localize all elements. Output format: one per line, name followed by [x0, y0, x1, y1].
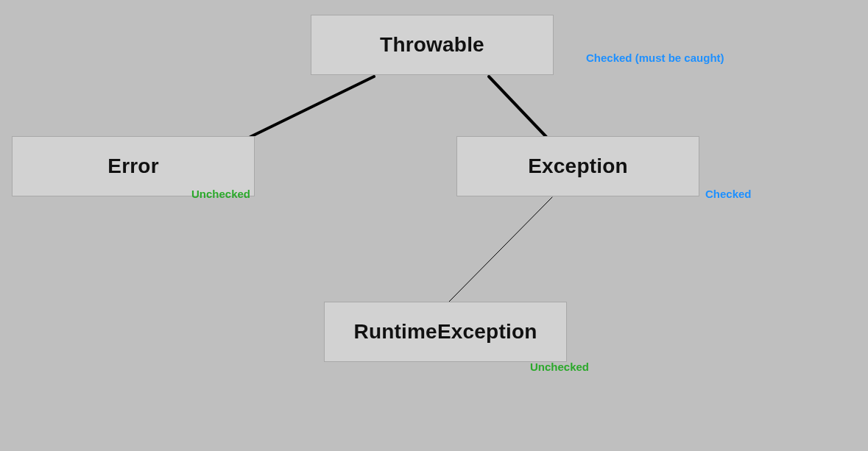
annotation-throwable: Checked (must be caught)	[586, 52, 724, 64]
node-exception: Exception	[456, 136, 699, 196]
annotation-exception: Checked	[705, 188, 752, 200]
node-throwable-label: Throwable	[380, 33, 484, 57]
node-throwable: Throwable	[311, 15, 554, 75]
annotation-error: Unchecked	[191, 188, 250, 200]
edge-exception-runtime	[449, 197, 552, 302]
node-runtime-label: RuntimeException	[353, 320, 537, 344]
diagram-stage: Throwable Error Exception RuntimeExcepti…	[0, 0, 868, 451]
annotation-runtime: Unchecked	[530, 361, 589, 373]
edge-throwable-exception	[489, 77, 546, 137]
node-runtime: RuntimeException	[324, 302, 567, 362]
node-error-label: Error	[107, 155, 158, 178]
edge-throwable-error	[250, 77, 374, 137]
node-exception-label: Exception	[528, 155, 628, 178]
